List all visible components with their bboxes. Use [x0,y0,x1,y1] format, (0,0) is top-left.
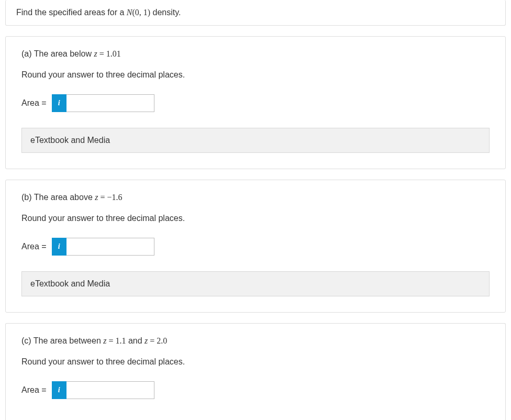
intro-prefix: Find the specified areas for a [16,8,127,17]
etextbook-media-button[interactable]: eTextbook and Media [21,271,490,296]
info-icon[interactable]: i [52,381,66,399]
qc-eq2: = [148,336,157,345]
question-a-input[interactable] [66,94,154,112]
intro-suffix: density. [150,8,181,17]
info-icon[interactable]: i [52,94,66,112]
intro-math-N: N [127,8,132,17]
qc-zval1: 1.1 [116,336,126,345]
qc-prefix: (c) The area between [21,336,103,345]
question-a-answer-row: Area = i [21,94,490,112]
intro-math-args: (0, 1) [132,8,150,17]
qa-prefix: (a) The area below [21,49,94,58]
question-a-instruction: Round your answer to three decimal place… [21,70,490,80]
question-a-answer-label: Area = [21,98,47,108]
question-c-answer-row: Area = i [21,381,490,399]
intro-card: Find the specified areas for a N(0, 1) d… [5,0,506,26]
qc-eq1: = [106,336,115,345]
question-b-answer-row: Area = i [21,238,490,256]
qa-zval: 1.01 [106,49,121,58]
qc-mid: and [126,336,145,345]
question-c-title: (c) The area between z = 1.1 and z = 2.0 [21,336,490,346]
qc-zval2: 2.0 [157,336,167,345]
question-a-title: (a) The area below z = 1.01 [21,49,490,59]
question-c-answer-label: Area = [21,385,47,395]
question-b-instruction: Round your answer to three decimal place… [21,214,490,223]
question-c-input[interactable] [66,381,154,399]
question-a-card: (a) The area below z = 1.01 Round your a… [5,36,506,169]
question-b-card: (b) The area above z = −1.6 Round your a… [5,180,506,313]
question-b-title: (b) The area above z = −1.6 [21,193,490,202]
intro-text: Find the specified areas for a N(0, 1) d… [16,8,495,17]
etextbook-media-button[interactable]: eTextbook and Media [21,128,490,153]
qb-prefix: (b) The area above [21,193,95,202]
qb-eq: = [98,193,107,202]
info-icon[interactable]: i [52,238,66,256]
qa-eq: = [97,49,106,58]
question-c-card: (c) The area between z = 1.1 and z = 2.0… [5,323,506,420]
question-b-answer-label: Area = [21,242,47,251]
question-c-instruction: Round your answer to three decimal place… [21,357,490,367]
question-b-input[interactable] [66,238,154,256]
qb-zval: −1.6 [107,193,123,202]
